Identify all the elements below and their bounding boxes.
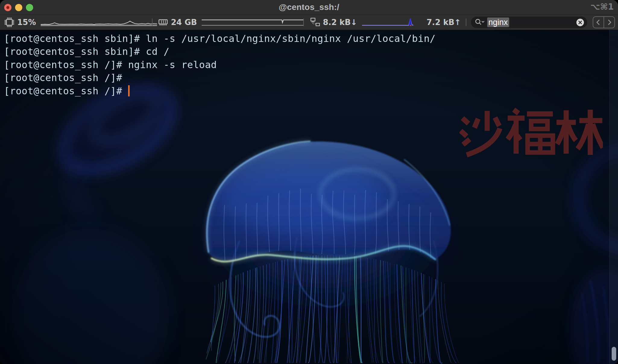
scrollbar-thumb[interactable] [612,347,616,361]
previous-match-button[interactable] [593,17,604,28]
search-query-text[interactable]: nginx [487,17,509,27]
clear-search-button[interactable] [576,18,584,27]
next-match-button[interactable] [604,17,614,28]
search-navigation [593,16,615,28]
terminal-line: [root@centos_ssh /]# [4,71,436,84]
cpu-usage-label: 15% [17,18,36,27]
network-graph [362,18,422,27]
statusbar-divider [152,18,153,26]
memory-usage-label: 24 GB [171,18,197,27]
search-input[interactable]: nginx [471,17,587,28]
terminal-output: [root@centos_ssh sbin]# ln -s /usr/local… [4,32,436,98]
cpu-status: 15% [4,15,157,30]
terminal-window: @centos_ssh:/ ⌥⌘1 15% [0,0,618,364]
statusbar-divider [303,18,304,26]
network-down-label: 8.2 kB↓ [323,18,357,27]
network-status: 8.2 kB↓ 7.2 kB↑ [310,15,461,30]
terminal-line: [root@centos_ssh /]# [4,85,436,98]
terminal-line: [root@centos_ssh sbin]# cd / [4,45,436,58]
terminal-screen[interactable]: 沙福林 [0,30,618,364]
network-up-label: 7.2 kB↑ [427,18,461,27]
status-bar: 15% 24 GB [0,15,618,30]
chevron-right-icon [605,18,614,27]
window-shortcut-indicator: ⌥⌘1 [590,0,614,14]
terminal-cursor [128,85,130,96]
circle-x-icon [576,18,584,27]
memory-status: 24 GB [158,15,304,30]
chevron-left-icon [594,18,603,27]
network-icon [310,17,320,27]
watermark-text: 沙福林 [459,108,603,161]
scrollbar-track[interactable] [609,30,618,364]
memory-icon [158,17,168,27]
terminal-line: [root@centos_ssh /]# nginx -s reload [4,58,436,71]
window-title: @centos_ssh:/ [0,0,618,14]
title-bar: @centos_ssh:/ ⌥⌘1 [0,0,618,15]
cpu-graph [41,18,157,26]
search-icon[interactable] [475,18,485,27]
terminal-line: [root@centos_ssh sbin]# ln -s /usr/local… [4,32,436,45]
memory-graph [202,18,304,26]
cpu-chip-icon [4,17,14,27]
statusbar-divider [466,18,466,26]
